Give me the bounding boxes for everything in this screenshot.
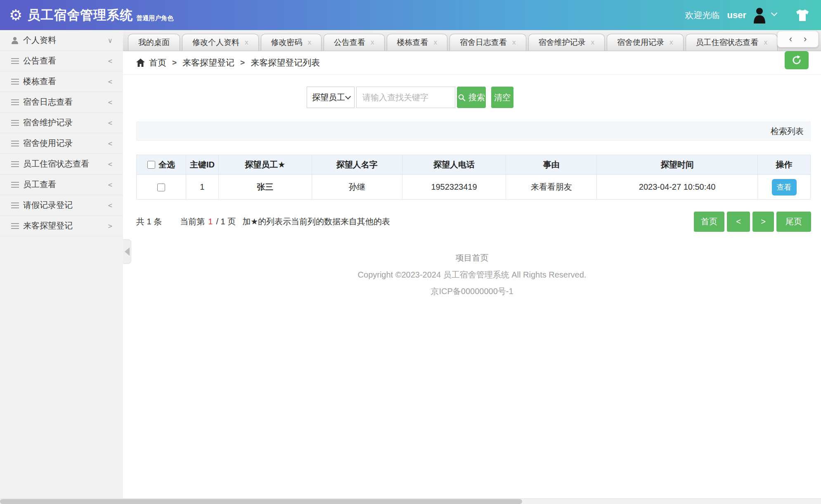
sidebar-item-residence-status[interactable]: 员工住宿状态查看 < <box>0 154 123 174</box>
cell-actions: 查看 <box>758 175 811 200</box>
current-page-prefix: 当前第 <box>180 216 205 227</box>
tab-change-password[interactable]: 修改密码 x <box>261 34 322 51</box>
close-icon[interactable]: x <box>371 38 374 47</box>
tab-residence-status[interactable]: 员工住宿状态查看 x <box>686 34 778 51</box>
menu-icon <box>10 205 19 206</box>
sidebar-item-maintenance[interactable]: 宿舍维护记录 < <box>0 113 123 133</box>
menu-icon <box>10 184 19 185</box>
chevron-left-icon: < <box>108 181 112 189</box>
last-page-button[interactable]: 尾页 <box>776 212 811 232</box>
sidebar-item-leave-records[interactable]: 请假记录登记 < <box>0 195 123 216</box>
tab-scroll-right-icon[interactable]: › <box>804 35 807 44</box>
close-icon[interactable]: x <box>591 38 595 47</box>
breadcrumb-home[interactable]: 首页 <box>149 57 166 68</box>
tab-edit-profile[interactable]: 修改个人资料 x <box>182 34 259 51</box>
tab-usage-records[interactable]: 宿舍使用记录 x <box>607 34 684 51</box>
sidebar-item-label: 楼栋查看 <box>23 76 108 87</box>
sidebar-item-profile[interactable]: 个人资料 ∨ <box>0 30 123 51</box>
tab-my-desktop[interactable]: 我的桌面 <box>128 34 180 51</box>
chevron-left-icon: < <box>108 98 112 106</box>
view-button[interactable]: 查看 <box>772 179 797 195</box>
cell-reason: 来看看朋友 <box>506 175 597 200</box>
sidebar-item-label: 宿舍维护记录 <box>23 117 108 128</box>
list-banner: 检索列表 <box>136 122 811 141</box>
tab-scroll-left-icon[interactable]: ‹ <box>789 35 792 44</box>
search-icon <box>458 94 466 101</box>
tab-maintenance[interactable]: 宿舍维护记录 x <box>528 34 605 51</box>
column-header-visit-time: 探望时间 <box>597 155 758 175</box>
tab-announcements[interactable]: 公告查看 x <box>324 34 385 51</box>
menu-icon <box>10 164 19 165</box>
column-header-id: 主键ID <box>186 155 218 175</box>
sidebar-item-label: 来客探望登记 <box>23 220 108 231</box>
tab-dorm-logs[interactable]: 宿舍日志查看 x <box>450 34 526 51</box>
tab-label: 公告查看 <box>334 37 365 48</box>
close-icon[interactable]: x <box>512 38 516 47</box>
close-icon[interactable]: x <box>308 38 312 47</box>
app-title: 员工宿舍管理系统 <box>27 7 133 24</box>
row-checkbox[interactable] <box>157 184 165 191</box>
scrollbar-thumb[interactable] <box>0 499 522 504</box>
breadcrumb-section[interactable]: 来客探望登记 <box>182 57 234 68</box>
sidebar-item-employees[interactable]: 员工查看 < <box>0 174 123 195</box>
chevron-left-icon: < <box>108 139 112 148</box>
cell-id: 1 <box>186 175 218 200</box>
search-input[interactable] <box>356 87 455 108</box>
select-all-checkbox[interactable] <box>147 161 155 169</box>
sidebar-item-dorm-logs[interactable]: 宿舍日志查看 < <box>0 92 123 113</box>
gear-icon: ⚙ <box>9 8 22 23</box>
tab-buildings[interactable]: 楼栋查看 x <box>387 34 448 51</box>
refresh-button[interactable] <box>785 51 809 69</box>
search-field-select[interactable]: 探望员工 <box>307 87 355 108</box>
sidebar-item-label: 公告查看 <box>23 55 108 66</box>
chevron-left-icon: < <box>108 119 112 127</box>
chevron-down-icon: ∨ <box>108 36 112 45</box>
copyright-text: Copyright ©2023-2024 员工宿舍管理系统 All Rights… <box>123 269 821 280</box>
close-icon[interactable]: x <box>670 38 673 47</box>
sidebar-item-announcements[interactable]: 公告查看 < <box>0 51 123 71</box>
total-count: 共 1 条 <box>136 216 162 227</box>
sidebar-item-buildings[interactable]: 楼栋查看 < <box>0 71 123 92</box>
chevron-left-icon: < <box>108 78 112 86</box>
select-all-label: 全选 <box>159 159 175 170</box>
sidebar-item-usage-records[interactable]: 宿舍使用记录 < <box>0 133 123 154</box>
close-icon[interactable]: x <box>245 38 248 47</box>
horizontal-scrollbar[interactable] <box>0 498 821 504</box>
refresh-icon <box>791 55 802 66</box>
menu-icon <box>10 61 19 61</box>
close-icon[interactable]: x <box>434 38 438 47</box>
column-header-employee: 探望员工★ <box>218 155 312 175</box>
username: user <box>727 10 746 21</box>
first-page-button[interactable]: 首页 <box>694 212 724 232</box>
tab-label: 楼栋查看 <box>397 37 428 48</box>
avatar[interactable] <box>752 7 767 24</box>
close-icon[interactable]: x <box>764 38 768 47</box>
app-header: ⚙ 员工宿舍管理系统 普通用户角色 欢迎光临 user <box>0 0 821 30</box>
project-home-link[interactable]: 项目首页 <box>123 252 821 264</box>
table-row: 1 张三 孙继 1952323419 来看看朋友 2023-04-27 10:5… <box>137 175 811 200</box>
sidebar-item-visitor-registration[interactable]: 来客探望登记 > <box>0 216 123 236</box>
clear-button[interactable]: 清空 <box>491 87 513 108</box>
menu-icon <box>10 122 19 123</box>
menu-icon <box>10 226 19 226</box>
select-all-header: 全选 <box>137 155 186 175</box>
cell-visitor-phone: 1952323419 <box>402 175 506 200</box>
menu-icon <box>10 143 19 144</box>
next-page-button[interactable]: > <box>752 212 774 232</box>
search-button[interactable]: 搜索 <box>457 87 486 108</box>
tab-label: 宿舍日志查看 <box>460 37 507 48</box>
menu-icon <box>10 102 19 103</box>
header-right: 欢迎光临 user <box>685 7 809 24</box>
chevron-left-icon: < <box>108 160 112 168</box>
user-menu-chevron-icon[interactable] <box>771 10 778 16</box>
sidebar-item-label: 员工住宿状态查看 <box>23 158 108 170</box>
breadcrumb-separator: > <box>240 58 245 67</box>
breadcrumb: 首页 > 来客探望登记 > 来客探望登记列表 <box>123 51 821 75</box>
theme-tshirt-icon[interactable] <box>795 9 809 21</box>
list-banner-label: 检索列表 <box>771 126 804 137</box>
prev-page-button[interactable]: < <box>727 212 750 232</box>
cell-visit-time: 2023-04-27 10:50:40 <box>597 175 758 200</box>
tab-label: 修改个人资料 <box>192 37 239 48</box>
pagination-info: 共 1 条 当前第 1 / 1 页 加★的列表示当前列的数据来自其他的表 <box>136 212 390 232</box>
welcome-text: 欢迎光临 <box>685 9 720 21</box>
